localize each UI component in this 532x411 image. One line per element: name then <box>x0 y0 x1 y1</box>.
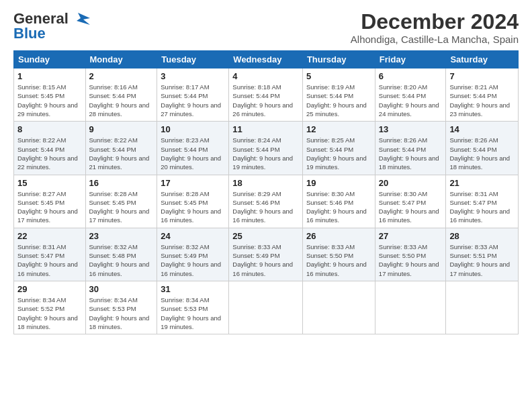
day-number: 15 <box>17 178 82 188</box>
day-info: Sunrise: 8:18 AMSunset: 5:44 PMDaylight:… <box>232 83 293 118</box>
day-number: 30 <box>89 284 154 294</box>
day-number: 28 <box>449 231 515 241</box>
calendar-cell: 6Sunrise: 8:20 AMSunset: 5:44 PMDaylight… <box>375 68 446 122</box>
day-number: 12 <box>306 124 371 134</box>
day-number: 25 <box>232 231 299 241</box>
day-info: Sunrise: 8:21 AMSunset: 5:44 PMDaylight:… <box>449 83 510 118</box>
main-title: December 2024 <box>351 10 519 34</box>
calendar-cell: 2Sunrise: 8:16 AMSunset: 5:44 PMDaylight… <box>85 68 157 122</box>
calendar-cell: 21Sunrise: 8:31 AMSunset: 5:47 PMDayligh… <box>446 175 519 228</box>
calendar-cell: 22Sunrise: 8:31 AMSunset: 5:47 PMDayligh… <box>14 228 86 281</box>
logo-blue: Blue <box>13 25 46 42</box>
calendar-cell: 10Sunrise: 8:23 AMSunset: 5:44 PMDayligh… <box>157 122 229 175</box>
calendar-cell: 5Sunrise: 8:19 AMSunset: 5:44 PMDaylight… <box>302 68 375 122</box>
col-header-tuesday: Tuesday <box>157 51 229 68</box>
day-info: Sunrise: 8:27 AMSunset: 5:45 PMDaylight:… <box>17 190 78 224</box>
calendar-cell: 31Sunrise: 8:34 AMSunset: 5:53 PMDayligh… <box>157 281 229 334</box>
calendar-cell: 11Sunrise: 8:24 AMSunset: 5:44 PMDayligh… <box>229 122 303 175</box>
calendar-cell: 14Sunrise: 8:26 AMSunset: 5:44 PMDayligh… <box>446 122 519 175</box>
day-number: 29 <box>17 284 82 294</box>
col-header-saturday: Saturday <box>446 51 519 68</box>
col-header-wednesday: Wednesday <box>229 51 303 68</box>
col-header-monday: Monday <box>85 51 157 68</box>
day-number: 20 <box>379 178 443 188</box>
day-info: Sunrise: 8:15 AMSunset: 5:45 PMDaylight:… <box>17 83 78 118</box>
day-info: Sunrise: 8:24 AMSunset: 5:44 PMDaylight:… <box>232 136 293 171</box>
calendar-cell: 25Sunrise: 8:33 AMSunset: 5:49 PMDayligh… <box>229 228 303 281</box>
col-header-sunday: Sunday <box>14 51 86 68</box>
col-header-thursday: Thursday <box>302 51 375 68</box>
day-number: 19 <box>306 178 371 188</box>
calendar-cell: 30Sunrise: 8:34 AMSunset: 5:53 PMDayligh… <box>85 281 157 334</box>
day-number: 31 <box>161 284 225 294</box>
calendar-cell: 24Sunrise: 8:32 AMSunset: 5:49 PMDayligh… <box>157 228 229 281</box>
day-info: Sunrise: 8:29 AMSunset: 5:46 PMDaylight:… <box>232 190 293 224</box>
day-info: Sunrise: 8:26 AMSunset: 5:44 PMDaylight:… <box>449 136 510 171</box>
calendar-cell: 18Sunrise: 8:29 AMSunset: 5:46 PMDayligh… <box>229 175 303 228</box>
day-number: 9 <box>89 124 154 134</box>
day-info: Sunrise: 8:25 AMSunset: 5:44 PMDaylight:… <box>306 136 367 171</box>
day-number: 16 <box>89 178 154 188</box>
day-info: Sunrise: 8:20 AMSunset: 5:44 PMDaylight:… <box>379 83 439 118</box>
day-info: Sunrise: 8:30 AMSunset: 5:46 PMDaylight:… <box>306 190 367 224</box>
day-info: Sunrise: 8:32 AMSunset: 5:49 PMDaylight:… <box>161 243 221 277</box>
calendar-cell: 26Sunrise: 8:33 AMSunset: 5:50 PMDayligh… <box>302 228 375 281</box>
calendar-week-3: 15Sunrise: 8:27 AMSunset: 5:45 PMDayligh… <box>14 175 519 228</box>
day-number: 11 <box>232 124 299 134</box>
day-number: 23 <box>89 231 154 241</box>
calendar-cell <box>375 281 446 334</box>
day-info: Sunrise: 8:31 AMSunset: 5:47 PMDaylight:… <box>449 190 510 224</box>
day-number: 7 <box>449 71 515 81</box>
subtitle: Alhondiga, Castille-La Mancha, Spain <box>351 34 519 45</box>
calendar-cell: 20Sunrise: 8:30 AMSunset: 5:47 PMDayligh… <box>375 175 446 228</box>
day-number: 5 <box>306 71 371 81</box>
day-info: Sunrise: 8:28 AMSunset: 5:45 PMDaylight:… <box>161 190 221 224</box>
day-number: 18 <box>232 178 299 188</box>
day-info: Sunrise: 8:22 AMSunset: 5:44 PMDaylight:… <box>89 136 150 171</box>
day-number: 6 <box>379 71 443 81</box>
calendar-cell: 7Sunrise: 8:21 AMSunset: 5:44 PMDaylight… <box>446 68 519 122</box>
day-info: Sunrise: 8:16 AMSunset: 5:44 PMDaylight:… <box>89 83 150 118</box>
calendar-cell: 13Sunrise: 8:26 AMSunset: 5:44 PMDayligh… <box>375 122 446 175</box>
calendar-cell: 8Sunrise: 8:22 AMSunset: 5:44 PMDaylight… <box>14 122 86 175</box>
day-number: 22 <box>17 231 82 241</box>
calendar-cell: 15Sunrise: 8:27 AMSunset: 5:45 PMDayligh… <box>14 175 86 228</box>
calendar-cell: 12Sunrise: 8:25 AMSunset: 5:44 PMDayligh… <box>302 122 375 175</box>
calendar-cell: 27Sunrise: 8:33 AMSunset: 5:50 PMDayligh… <box>375 228 446 281</box>
day-info: Sunrise: 8:23 AMSunset: 5:44 PMDaylight:… <box>161 136 221 171</box>
col-header-friday: Friday <box>375 51 446 68</box>
day-info: Sunrise: 8:28 AMSunset: 5:45 PMDaylight:… <box>89 190 150 224</box>
day-number: 14 <box>449 124 515 134</box>
day-number: 8 <box>17 124 82 134</box>
day-number: 13 <box>379 124 443 134</box>
day-info: Sunrise: 8:33 AMSunset: 5:50 PMDaylight:… <box>379 243 439 277</box>
calendar-cell: 1Sunrise: 8:15 AMSunset: 5:45 PMDaylight… <box>14 68 86 122</box>
day-info: Sunrise: 8:34 AMSunset: 5:53 PMDaylight:… <box>161 296 221 330</box>
calendar-week-4: 22Sunrise: 8:31 AMSunset: 5:47 PMDayligh… <box>14 228 519 281</box>
day-number: 27 <box>379 231 443 241</box>
day-info: Sunrise: 8:33 AMSunset: 5:51 PMDaylight:… <box>449 243 510 277</box>
calendar-cell: 3Sunrise: 8:17 AMSunset: 5:44 PMDaylight… <box>157 68 229 122</box>
day-number: 4 <box>232 71 299 81</box>
calendar-week-1: 1Sunrise: 8:15 AMSunset: 5:45 PMDaylight… <box>14 68 519 122</box>
day-number: 24 <box>161 231 225 241</box>
day-info: Sunrise: 8:22 AMSunset: 5:44 PMDaylight:… <box>17 136 78 171</box>
calendar-cell: 29Sunrise: 8:34 AMSunset: 5:52 PMDayligh… <box>14 281 86 334</box>
calendar-week-5: 29Sunrise: 8:34 AMSunset: 5:52 PMDayligh… <box>14 281 519 334</box>
day-number: 2 <box>89 71 154 81</box>
day-info: Sunrise: 8:33 AMSunset: 5:49 PMDaylight:… <box>232 243 293 277</box>
calendar-cell <box>446 281 519 334</box>
calendar-week-2: 8Sunrise: 8:22 AMSunset: 5:44 PMDaylight… <box>14 122 519 175</box>
day-info: Sunrise: 8:17 AMSunset: 5:44 PMDaylight:… <box>161 83 221 118</box>
calendar-cell: 17Sunrise: 8:28 AMSunset: 5:45 PMDayligh… <box>157 175 229 228</box>
calendar-cell: 16Sunrise: 8:28 AMSunset: 5:45 PMDayligh… <box>85 175 157 228</box>
day-number: 10 <box>161 124 225 134</box>
calendar-cell: 9Sunrise: 8:22 AMSunset: 5:44 PMDaylight… <box>85 122 157 175</box>
header: General Blue December 2024 Alhondiga, Ca… <box>13 10 519 45</box>
svg-marker-0 <box>77 13 90 25</box>
calendar-cell: 19Sunrise: 8:30 AMSunset: 5:46 PMDayligh… <box>302 175 375 228</box>
day-number: 21 <box>449 178 515 188</box>
day-number: 17 <box>161 178 225 188</box>
title-block: December 2024 Alhondiga, Castille-La Man… <box>351 10 519 45</box>
calendar-cell <box>229 281 303 334</box>
